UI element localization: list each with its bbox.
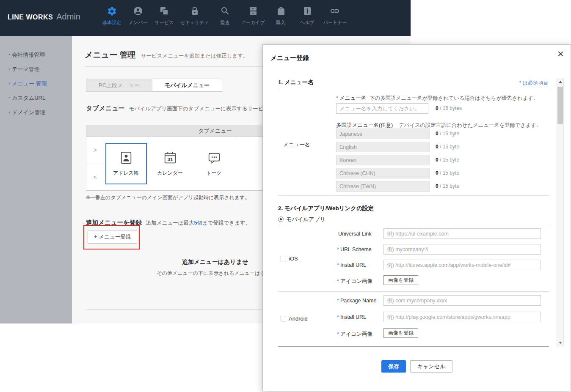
close-icon[interactable]: × bbox=[557, 48, 564, 59]
brand-admin-text: Admin bbox=[56, 12, 80, 21]
sidebar-item-menu-management[interactable]: ・メニュー 管理 bbox=[0, 77, 72, 91]
tab-tile-address-book[interactable]: アドレス帳 bbox=[105, 143, 147, 184]
multilang-input-japanese[interactable] bbox=[336, 129, 430, 139]
required-note: * は必須項目 bbox=[519, 79, 548, 87]
nav-item-members[interactable]: メンバー bbox=[128, 5, 148, 26]
section2-divider bbox=[278, 226, 549, 226]
checkbox-icon bbox=[281, 256, 286, 261]
page-title: メニュー 管理 bbox=[85, 50, 136, 59]
additional-heading: 追加メニューを登録 bbox=[86, 219, 142, 226]
android-install-url-label: *Install URL bbox=[337, 314, 366, 320]
package-name-input[interactable] bbox=[383, 295, 541, 306]
tabmenu-note: ※一番左のタブメニューのメイン画面がアプリ起動時に表示されます。 bbox=[86, 194, 250, 201]
screen: LINE WORKSAdmin 基本設定 メンバー サービス bbox=[0, 0, 571, 392]
scrollbar-down-icon[interactable] bbox=[557, 339, 563, 346]
ios-install-url-label: *Install URL bbox=[337, 262, 366, 268]
tab-mobile-menu[interactable]: モバイルメニュー bbox=[152, 79, 222, 92]
audit-icon bbox=[220, 5, 230, 17]
page-title-row: メニュー 管理サービスメニューを追加または修正します。 bbox=[85, 49, 248, 60]
multilang-input-english[interactable] bbox=[336, 142, 430, 152]
tab-tile-talk[interactable]: トーク bbox=[193, 143, 235, 184]
android-checkbox[interactable]: Android bbox=[281, 315, 308, 322]
required-star: * bbox=[337, 278, 339, 284]
required-star: * bbox=[336, 95, 338, 101]
radio-selected-icon bbox=[278, 217, 284, 222]
nav-label-purchase: 購入 bbox=[276, 19, 286, 26]
tabmenu-desc: モバイルアプリ画面下のタブメニューに表示するサービス bbox=[129, 106, 269, 112]
sidebar-item-domain[interactable]: ・ドメイン管理 bbox=[0, 105, 72, 120]
multilang-input-chinese-twn[interactable] bbox=[336, 181, 430, 192]
required-star: * bbox=[337, 247, 339, 252]
url-scheme-input[interactable] bbox=[383, 244, 541, 255]
page-subtitle: サービスメニューを追加または修正します。 bbox=[141, 53, 248, 59]
package-name-label: *Package Name bbox=[337, 298, 376, 304]
menu-name-input[interactable] bbox=[336, 103, 428, 114]
ios-register-image-button[interactable]: 画像を登録 bbox=[383, 275, 418, 285]
nav-item-archive[interactable]: アーカイブ bbox=[241, 5, 265, 26]
archive-icon bbox=[248, 5, 258, 17]
nav-item-partner[interactable]: パートナー bbox=[323, 5, 347, 26]
nav-item-help[interactable]: ヘルプ bbox=[297, 5, 317, 26]
section1-heading: 1. メニュー名 bbox=[278, 79, 313, 86]
required-star: * bbox=[337, 331, 339, 337]
address-book-icon bbox=[119, 151, 133, 167]
brand-logo[interactable]: LINE WORKSAdmin bbox=[8, 12, 80, 22]
ios-icon-image-label: *アイコン画像 bbox=[337, 278, 372, 285]
nav-label-services: サービス bbox=[155, 19, 174, 26]
required-star: * bbox=[337, 298, 339, 304]
nav-item-audit[interactable]: 監査 bbox=[215, 5, 235, 26]
section1-bottom-divider bbox=[278, 195, 549, 196]
row-label-menu-name: メニュー名 bbox=[283, 141, 310, 148]
tile-cell: トーク bbox=[192, 137, 236, 190]
tile-label-address-book: アドレス帳 bbox=[113, 170, 139, 177]
brand-lineworks-text: LINE WORKS bbox=[8, 14, 53, 21]
section2-heading: 2. モバイルアプリ/Webリンクの設定 bbox=[278, 205, 374, 212]
multilang-counter-japanese: 0 / 15 byte bbox=[436, 131, 459, 137]
nav-label-basic-settings: 基本設定 bbox=[102, 19, 121, 26]
nav-item-purchase[interactable]: 購入 bbox=[271, 5, 291, 26]
tab-tile-calendar[interactable]: 31 カレンダー bbox=[149, 143, 191, 184]
additional-heading-row: 追加メニューを登録追加メニューは最大5個まで登録できます。 bbox=[86, 219, 251, 227]
move-left-arrow[interactable]: < bbox=[86, 164, 104, 191]
menu-name-note: *メニュー名下の多国語メニュー名が登録されている場合はそちらが優先されます。 bbox=[336, 95, 538, 102]
menu-register-button[interactable]: +メニュー登録 bbox=[88, 230, 137, 244]
multilang-counter-english: 0 / 15 byte bbox=[436, 144, 459, 150]
multilang-input-korean[interactable] bbox=[336, 155, 430, 165]
move-right-arrow[interactable]: > bbox=[86, 137, 104, 164]
mobile-app-radio[interactable]: モバイルアプリ bbox=[278, 216, 325, 223]
ios-install-url-input[interactable] bbox=[383, 260, 541, 270]
nav-label-audit-security: セキュリティ bbox=[180, 19, 209, 26]
nav-item-services[interactable]: サービス bbox=[154, 5, 174, 26]
required-star: * bbox=[337, 262, 339, 268]
tile-label-talk: トーク bbox=[206, 170, 222, 177]
ios-checkbox[interactable]: iOS bbox=[281, 255, 298, 262]
android-install-url-input[interactable] bbox=[383, 312, 541, 322]
android-register-image-button[interactable]: 画像を登録 bbox=[383, 328, 418, 338]
universal-link-input[interactable] bbox=[383, 228, 541, 239]
sidebar-item-theme[interactable]: ・テーマ管理 bbox=[0, 62, 72, 77]
sidebar-item-custom-url[interactable]: ・カスタムURL bbox=[0, 91, 72, 105]
additional-desc: 追加メニューは最大5個まで登録できます。 bbox=[146, 220, 251, 226]
multilang-counter-korean: 0 / 15 byte bbox=[436, 157, 459, 163]
nav-item-basic-settings[interactable]: 基本設定 bbox=[102, 5, 122, 26]
save-button[interactable]: 保存 bbox=[381, 360, 406, 373]
plus-icon: + bbox=[94, 234, 97, 240]
cancel-button[interactable]: キャンセル bbox=[410, 360, 452, 373]
scrollbar-thumb[interactable] bbox=[557, 87, 563, 124]
sidebar: ・会社情報管理 ・テーマ管理 ・メニュー 管理 ・カスタムURL ・ドメイン管理 bbox=[0, 36, 72, 323]
member-icon bbox=[133, 5, 143, 17]
tabmenu-heading-row: タブメニューモバイルアプリ画面下のタブメニューに表示するサービス bbox=[86, 104, 269, 112]
modal-scrollbar[interactable] bbox=[557, 78, 564, 346]
tile-label-calendar: カレンダー bbox=[157, 170, 183, 177]
nav-item-security[interactable]: セキュリティ bbox=[180, 5, 209, 26]
menu-register-modal: メニュー登録 × 1. メニュー名 * は必須項目 メニュー名 *メニュー名下の… bbox=[262, 44, 571, 391]
sidebar-item-company-info[interactable]: ・会社情報管理 bbox=[0, 48, 72, 62]
tab-pc-menu[interactable]: PC上段メニュー bbox=[86, 79, 152, 92]
multilang-input-chinese-chn[interactable] bbox=[336, 168, 430, 178]
gear-icon bbox=[107, 5, 117, 17]
modal-title: メニュー登録 bbox=[270, 54, 309, 62]
scrollbar-up-icon[interactable] bbox=[557, 78, 563, 85]
calendar-icon: 31 bbox=[163, 151, 177, 167]
nav-label-members: メンバー bbox=[129, 19, 148, 26]
checkbox-icon bbox=[281, 316, 286, 321]
